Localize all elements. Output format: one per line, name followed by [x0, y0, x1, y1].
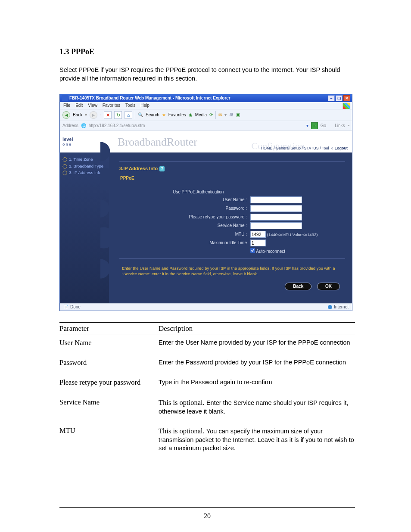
menu-edit[interactable]: Edit	[75, 103, 83, 108]
back-pill-button[interactable]: Back	[285, 283, 311, 290]
input-retype[interactable]	[250, 214, 302, 221]
go-label[interactable]: Go	[321, 123, 326, 128]
addressbar: Address 🌐 http://192.168.2.1/setupw.stm …	[60, 121, 352, 131]
links-label[interactable]: Links	[335, 123, 345, 128]
router-page: level one ◯1. Time Zone ◯2. Broadband Ty…	[60, 131, 352, 303]
separator-2	[215, 111, 216, 119]
help-icon[interactable]: ?	[159, 166, 165, 171]
logo-line1: level	[62, 137, 106, 142]
input-service[interactable]	[250, 222, 302, 229]
page-heading: 3.IP Address Info ?	[119, 166, 165, 171]
address-label: Address	[62, 123, 78, 128]
windows-flag-icon	[342, 103, 350, 109]
print-icon[interactable]: 🖶	[229, 112, 234, 118]
content: 3.IP Address Info ? PPPoE Use PPPoE Auth…	[109, 152, 352, 302]
row-retype: Please retype your password Type in the …	[59, 375, 355, 395]
menu-view[interactable]: View	[88, 103, 97, 108]
nav-list: ◯1. Time Zone ◯2. Broadband Type ◯3. IP …	[60, 152, 109, 179]
actions: Back OK	[119, 279, 345, 296]
row-mtu: MTU This is optional. You can specify th…	[59, 423, 355, 460]
status-left: Done	[70, 305, 81, 310]
address-dropdown-icon[interactable]: ▾	[306, 123, 308, 128]
close-button[interactable]: ✕	[343, 95, 350, 101]
nav-timezone[interactable]: ◯1. Time Zone	[62, 156, 106, 162]
form-group-label: Use PPPoE Authentication	[171, 189, 319, 196]
menu-tools[interactable]: Tools	[125, 103, 135, 108]
parameter-table: Parameter Description User Name Enter th…	[59, 322, 355, 460]
page-icon: 🌐	[81, 123, 86, 128]
input-password[interactable]	[250, 205, 302, 212]
nav-ipaddress[interactable]: ◯3. IP Address Info	[62, 169, 106, 176]
intro-text: Select PPPoE if your ISP requires the PP…	[59, 66, 355, 83]
th-desc: Description	[159, 323, 355, 335]
label-idle: Maximum Idle Time	[171, 239, 249, 247]
history-icon[interactable]: ⟳	[209, 112, 213, 118]
sidebar: level one ◯1. Time Zone ◯2. Broadband Ty…	[60, 131, 109, 303]
menu-file[interactable]: File	[63, 103, 70, 108]
address-input[interactable]: http://192.168.2.1/setupw.stm	[89, 123, 304, 128]
section-title: 1.3 PPPoE	[59, 47, 355, 56]
logout-link[interactable]: Logout	[335, 146, 348, 150]
back-label[interactable]: Back	[73, 112, 82, 118]
maximize-button[interactable]: ▢	[336, 95, 342, 101]
help-text: Enter the User Name and Password require…	[119, 263, 345, 279]
checkbox-autoreconnect[interactable]	[250, 248, 255, 253]
brand-big: BroadbandRouter	[118, 135, 197, 149]
toolbar: ◄ Back ▾ ► · ✕ ↻ ⌂ 🔍 Search ★ Favorites …	[60, 109, 352, 121]
banner: BroadbandRouter Configuration HOME / Gen…	[109, 131, 352, 152]
forward-button[interactable]: ►	[90, 111, 97, 119]
label-mtu: MTU :	[171, 230, 249, 239]
label-autoreconnect: Auto-reconnect	[256, 249, 285, 254]
input-idle[interactable]	[250, 240, 266, 246]
home-button[interactable]: ⌂	[125, 111, 132, 119]
window-titlebar: FBR-1405TX Broadband Router Web Manageme…	[60, 94, 352, 102]
rule	[119, 161, 345, 162]
discuss-icon[interactable]: ▣	[236, 112, 240, 118]
window-title: FBR-1405TX Broadband Router Web Manageme…	[69, 96, 230, 101]
row-password: Password Enter the Password provided by …	[59, 355, 355, 375]
page-number: 20	[59, 507, 355, 520]
rule-2	[119, 258, 345, 259]
favorites-icon[interactable]: ★	[162, 112, 166, 118]
menubar: File Edit View Favorites Tools Help	[60, 102, 352, 109]
search-icon[interactable]: 🔍	[138, 112, 143, 118]
logo: level one	[60, 131, 109, 152]
label-service: Service Name :	[171, 221, 249, 230]
mtu-note: (1440<=MTU Value<=1492)	[267, 232, 318, 237]
crumb-gs[interactable]: General Setup	[276, 146, 301, 150]
status-right: Internet	[334, 305, 349, 310]
back-dropdown-icon[interactable]: ▾	[85, 112, 87, 118]
back-button[interactable]: ◄	[62, 111, 70, 119]
menu-favorites[interactable]: Favorites	[103, 103, 120, 108]
screenshot-container: FBR-1405TX Broadband Router Web Manageme…	[59, 94, 352, 311]
th-param: Parameter	[59, 323, 159, 335]
ok-pill-button[interactable]: OK	[317, 283, 340, 290]
row-service: Service Name This is optional. Enter the…	[59, 395, 355, 423]
crumb-home[interactable]: HOME	[261, 146, 272, 150]
crumb-status[interactable]: STATUS	[304, 146, 319, 150]
crumb-tool[interactable]: Tool	[322, 146, 329, 150]
label-password: Password :	[171, 204, 249, 213]
row-username: User Name Enter the User Name provided b…	[59, 335, 355, 355]
label-retype: Please retype your password :	[171, 213, 249, 221]
menu-help[interactable]: Help	[140, 103, 149, 108]
input-mtu[interactable]	[250, 231, 266, 238]
page-done-icon: 📄	[63, 305, 68, 310]
statusbar: 📄 Done Internet	[60, 303, 352, 311]
mail-icon[interactable]: ✉	[218, 112, 222, 118]
go-button[interactable]: →	[311, 122, 318, 129]
media-label[interactable]: Media	[195, 112, 207, 118]
main: BroadbandRouter Configuration HOME / Gen…	[109, 131, 352, 303]
links-expand-icon[interactable]: »	[348, 124, 349, 128]
favorites-label[interactable]: Favorites	[168, 112, 186, 118]
internet-zone-icon	[328, 305, 332, 309]
stop-button[interactable]: ✕	[104, 111, 112, 119]
nav-broadband[interactable]: ◯2. Broadband Type	[62, 163, 106, 169]
search-label[interactable]: Search	[146, 112, 159, 118]
media-icon[interactable]: ◉	[189, 112, 193, 118]
ie-icon	[62, 95, 68, 101]
refresh-button[interactable]: ↻	[114, 111, 122, 119]
minimize-button[interactable]: –	[328, 95, 335, 101]
input-username[interactable]	[250, 196, 302, 203]
breadcrumbs: HOME / General Setup / STATUS / Tool ○ L…	[261, 146, 348, 151]
